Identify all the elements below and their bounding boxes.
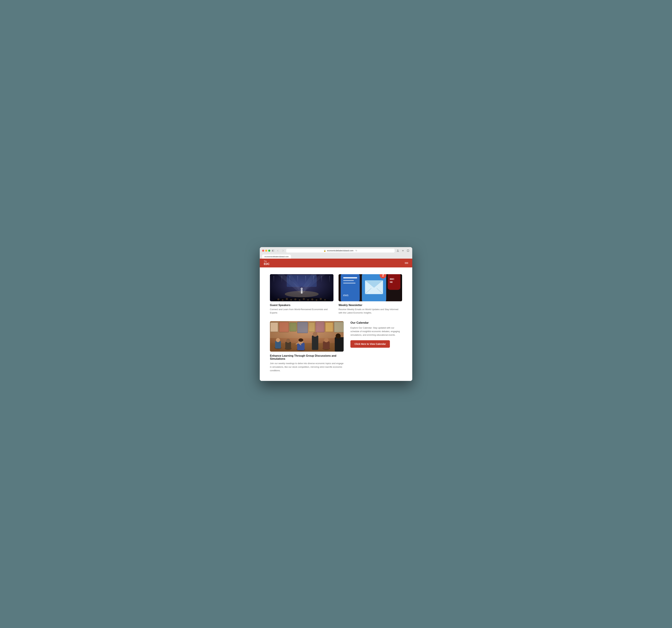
guest-speakers-title: Guest Speakers (270, 304, 333, 307)
weekly-newsletter-card: ews 2 (339, 274, 402, 315)
forward-button[interactable] (281, 249, 285, 252)
svg-text:ews: ews (343, 294, 349, 297)
svg-rect-40 (388, 274, 400, 290)
new-tab-button[interactable] (401, 249, 405, 252)
guest-speakers-card: Guest Speakers Connect and Learn from Wo… (270, 274, 333, 315)
active-tab[interactable]: economicdebateclubasd.com (262, 255, 291, 259)
traffic-lights (262, 250, 270, 252)
svg-rect-48 (290, 323, 296, 331)
svg-rect-62 (297, 343, 305, 350)
tab-label: economicdebateclubasd.com (264, 256, 289, 258)
svg-point-66 (313, 332, 317, 337)
lock-icon: 🔒 (323, 250, 326, 252)
svg-point-21 (307, 299, 309, 301)
svg-point-25 (324, 299, 326, 301)
svg-rect-70 (335, 337, 344, 352)
svg-point-69 (324, 338, 329, 342)
calendar-section-desc: Explore Our Calendar: Stay updated with … (351, 326, 402, 337)
svg-point-12 (301, 287, 303, 290)
svg-rect-49 (297, 322, 308, 333)
bottom-section: Enhance Learning Through Group Discussio… (270, 321, 402, 372)
website: The EDC (260, 259, 412, 381)
weekly-newsletter-title: Weekly Newsletter (339, 304, 402, 307)
group-discussions-image (270, 321, 344, 352)
svg-rect-46 (270, 323, 278, 332)
svg-rect-68 (323, 342, 330, 349)
address-bar[interactable]: 🔒 economicdebateclubasd.com ↻ (286, 249, 394, 253)
minimize-button[interactable] (265, 250, 267, 252)
reload-icon: ↻ (356, 249, 357, 252)
svg-rect-43 (401, 274, 402, 301)
svg-point-24 (320, 298, 322, 300)
svg-rect-51 (316, 322, 324, 332)
stage-lights (270, 276, 333, 283)
guest-speakers-image (270, 274, 333, 301)
svg-text:NE: NE (390, 281, 393, 283)
hamburger-menu-button[interactable] (405, 262, 408, 264)
browser-actions (396, 249, 410, 252)
close-button[interactable] (262, 250, 264, 252)
svg-point-17 (290, 299, 292, 301)
back-button[interactable] (276, 249, 280, 252)
svg-rect-50 (309, 323, 315, 332)
tabs-button[interactable] (406, 249, 410, 252)
svg-point-60 (286, 339, 290, 343)
svg-rect-56 (275, 341, 281, 349)
svg-rect-30 (343, 280, 354, 281)
svg-text:2: 2 (382, 274, 384, 277)
tab-bar: economicdebateclubasd.com (262, 254, 410, 259)
calendar-section: Our Calendar Explore Our Calendar: Stay … (351, 321, 402, 348)
menu-line-1 (405, 262, 408, 263)
sidebar-toggle-button[interactable] (272, 249, 275, 252)
svg-point-19 (299, 299, 301, 301)
svg-rect-65 (312, 335, 318, 350)
svg-rect-1 (273, 250, 274, 250)
site-nav: The EDC (260, 259, 412, 268)
svg-text:BBC: BBC (390, 278, 394, 280)
group-section-title: Enhance Learning Through Group Discussio… (270, 354, 344, 360)
logo-edc: EDC (264, 262, 270, 266)
share-button[interactable] (396, 249, 400, 252)
weekly-newsletter-image: ews 2 (339, 274, 402, 301)
svg-rect-47 (279, 322, 289, 332)
svg-point-10 (285, 291, 319, 297)
calendar-section-title: Our Calendar (351, 321, 402, 325)
svg-rect-59 (285, 342, 291, 349)
browser-chrome: 🔒 economicdebateclubasd.com ↻ (260, 247, 412, 259)
svg-rect-52 (326, 323, 333, 332)
svg-rect-29 (343, 277, 357, 279)
feature-cards-grid: Guest Speakers Connect and Learn from Wo… (270, 274, 402, 315)
svg-rect-31 (343, 283, 356, 283)
main-content: Guest Speakers Connect and Learn from Wo… (260, 268, 412, 381)
svg-point-15 (282, 299, 284, 301)
browser-window: 🔒 economicdebateclubasd.com ↻ (260, 247, 412, 381)
maximize-button[interactable] (268, 250, 270, 252)
site-logo: The EDC (264, 260, 270, 266)
svg-point-20 (303, 298, 305, 300)
browser-toolbar: 🔒 economicdebateclubasd.com ↻ (262, 249, 410, 253)
guest-speakers-desc: Connect and Learn from World-Renowned Ec… (270, 308, 333, 315)
svg-point-23 (316, 299, 317, 301)
menu-line-2 (405, 263, 408, 264)
svg-rect-53 (334, 322, 344, 332)
svg-point-64 (298, 338, 303, 342)
group-discussions-section: Enhance Learning Through Group Discussio… (270, 321, 344, 372)
svg-point-71 (336, 333, 341, 338)
svg-point-14 (278, 298, 280, 301)
svg-rect-11 (301, 290, 303, 294)
svg-point-18 (294, 298, 296, 301)
view-calendar-button[interactable]: Click Here to View Calendar (351, 340, 390, 348)
svg-point-16 (286, 298, 288, 300)
weekly-newsletter-desc: Receive Weekly Emails on World Updates a… (339, 308, 402, 315)
svg-rect-3 (273, 251, 274, 252)
svg-rect-0 (272, 250, 273, 252)
group-section-desc: Join our weekly meetings to delve into d… (270, 362, 344, 372)
logo-the: The (264, 260, 270, 262)
svg-rect-4 (407, 250, 409, 252)
svg-point-22 (311, 298, 313, 301)
url-text: economicdebateclubasd.com (327, 249, 353, 252)
svg-point-57 (276, 338, 280, 342)
